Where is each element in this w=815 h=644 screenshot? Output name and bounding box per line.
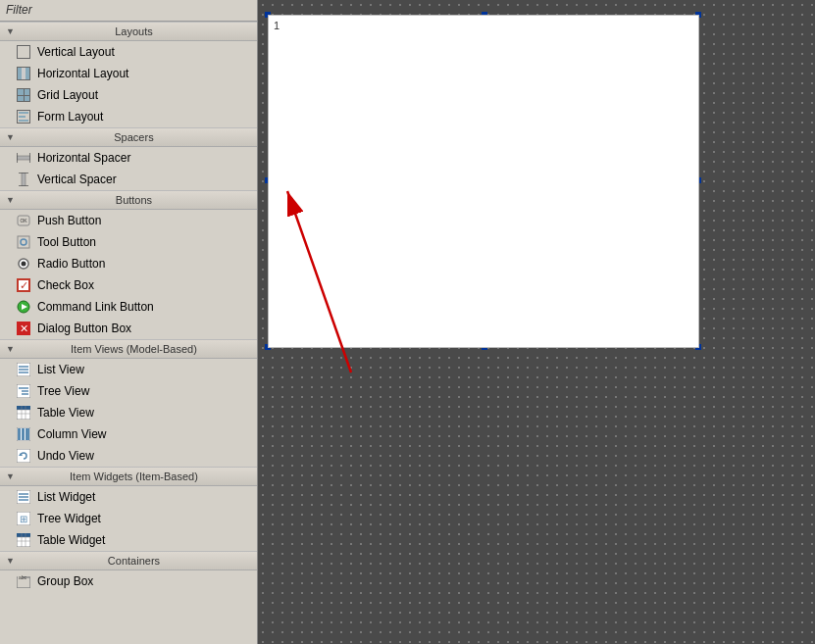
svg-rect-33 (18, 428, 21, 440)
category-item-widgets[interactable]: ▼ Item Widgets (Item-Based) (0, 467, 257, 486)
vertical-layout-icon (16, 44, 31, 60)
svg-text:OK: OK (20, 218, 27, 223)
filter-bar: Filter (0, 0, 257, 22)
table-widget-icon (16, 532, 31, 548)
sidebar-item-undo-view[interactable]: Undo View (0, 445, 257, 467)
form-widget[interactable]: 1 (268, 15, 699, 348)
table-view-icon (16, 405, 31, 421)
buttons-chevron: ▼ (6, 195, 15, 205)
filter-label: Filter (6, 3, 32, 17)
dialog-button-box-label: Dialog Button Box (37, 322, 131, 335)
undo-view-icon (16, 448, 31, 464)
sidebar-item-check-box[interactable]: ✓ Check Box (0, 274, 257, 296)
form-layout-icon (16, 109, 31, 124)
command-link-button-label: Command Link Button (37, 300, 154, 314)
radio-button-icon (16, 256, 31, 272)
undo-view-label: Undo View (37, 449, 94, 463)
group-box-icon: abc (16, 573, 31, 589)
radio-button-label: Radio Button (37, 257, 105, 271)
tool-button-icon (16, 234, 31, 250)
command-link-button-icon (16, 299, 31, 315)
tree-widget-icon: ⊞ (16, 511, 31, 526)
svg-rect-8 (18, 236, 29, 248)
horizontal-layout-icon (16, 66, 31, 81)
list-view-icon (16, 362, 31, 377)
sidebar-item-horizontal-layout[interactable]: Horizontal Layout (0, 63, 257, 84)
item-widgets-label: Item Widgets (Item-Based) (17, 471, 251, 482)
table-view-label: Table View (37, 406, 94, 420)
sidebar-item-horizontal-spacer[interactable]: Horizontal Spacer (0, 147, 257, 169)
sidebar-item-tree-widget[interactable]: ⊞ Tree Widget (0, 508, 257, 529)
svg-text:⊞: ⊞ (20, 514, 27, 524)
vertical-spacer-label: Vertical Spacer (37, 173, 117, 186)
svg-rect-0 (17, 156, 30, 160)
horizontal-spacer-icon (16, 150, 31, 166)
group-box-label: Group Box (37, 574, 93, 588)
containers-chevron: ▼ (6, 556, 15, 566)
column-view-label: Column View (37, 427, 106, 441)
spacers-chevron: ▼ (6, 132, 15, 142)
form-layout-label: Form Layout (37, 110, 103, 124)
category-item-views[interactable]: ▼ Item Views (Model-Based) (0, 339, 257, 359)
horizontal-spacer-label: Horizontal Spacer (37, 151, 130, 165)
sidebar-item-tree-view[interactable]: Tree View (0, 380, 257, 402)
svg-rect-3 (22, 173, 25, 186)
widget-list[interactable]: ▼ Layouts Vertical Layout Horizontal Lay… (0, 22, 257, 644)
sidebar-item-vertical-layout[interactable]: Vertical Layout (0, 41, 257, 63)
tree-view-icon (16, 383, 31, 399)
svg-rect-27 (17, 406, 30, 410)
item-widgets-chevron: ▼ (6, 471, 15, 481)
tree-widget-label: Tree Widget (37, 512, 101, 525)
svg-rect-45 (17, 533, 30, 537)
sidebar-item-vertical-spacer[interactable]: Vertical Spacer (0, 169, 257, 190)
sidebar-item-grid-layout[interactable]: Grid Layout (0, 84, 257, 106)
category-layouts[interactable]: ▼ Layouts (0, 22, 257, 41)
tree-view-label: Tree View (37, 384, 89, 398)
sidebar-item-radio-button[interactable]: Radio Button (0, 253, 257, 274)
tool-button-label: Tool Button (37, 235, 96, 249)
layouts-chevron: ▼ (6, 26, 15, 36)
layouts-label: Layouts (17, 25, 251, 37)
column-view-icon (16, 426, 31, 442)
push-button-label: Push Button (37, 214, 101, 227)
svg-text:✓: ✓ (20, 279, 28, 291)
sidebar-item-list-widget[interactable]: List Widget (0, 486, 257, 508)
check-box-icon: ✓ (16, 277, 31, 293)
check-box-label: Check Box (37, 278, 94, 292)
sidebar-item-dialog-button-box[interactable]: ✕ Dialog Button Box (0, 318, 257, 339)
table-widget-label: Table Widget (37, 533, 105, 547)
spacers-label: Spacers (17, 131, 251, 143)
left-panel: Filter ▼ Layouts Vertical Layout Horizon… (0, 0, 258, 644)
item-views-label: Item Views (Model-Based) (17, 343, 251, 355)
vertical-layout-label: Vertical Layout (37, 45, 115, 59)
sidebar-item-form-layout[interactable]: Form Layout (0, 106, 257, 127)
svg-rect-34 (22, 428, 25, 440)
push-button-icon: OK (16, 213, 31, 228)
category-buttons[interactable]: ▼ Buttons (0, 190, 257, 210)
list-widget-label: List Widget (37, 490, 95, 504)
svg-point-11 (22, 262, 26, 267)
row-number: 1 (274, 20, 280, 31)
right-panel: 1 (258, 0, 815, 644)
svg-text:✕: ✕ (20, 322, 28, 334)
category-spacers[interactable]: ▼ Spacers (0, 127, 257, 147)
sidebar-item-table-view[interactable]: Table View (0, 402, 257, 423)
canvas-area: 1 (268, 15, 699, 348)
item-views-chevron: ▼ (6, 344, 15, 354)
sidebar-item-list-view[interactable]: List View (0, 359, 257, 380)
sidebar-item-group-box[interactable]: abc Group Box (0, 570, 257, 592)
sidebar-item-table-widget[interactable]: Table Widget (0, 529, 257, 551)
vertical-spacer-icon (16, 172, 31, 187)
category-containers[interactable]: ▼ Containers (0, 551, 257, 570)
sidebar-item-column-view[interactable]: Column View (0, 423, 257, 445)
sidebar-item-command-link-button[interactable]: Command Link Button (0, 296, 257, 318)
svg-text:abc: abc (19, 574, 27, 580)
sidebar-item-tool-button[interactable]: Tool Button (0, 231, 257, 253)
containers-label: Containers (17, 555, 251, 567)
list-widget-icon (16, 489, 31, 505)
grid-layout-icon (16, 87, 31, 103)
sidebar-item-push-button[interactable]: OK Push Button (0, 210, 257, 231)
horizontal-layout-label: Horizontal Layout (37, 67, 128, 80)
list-view-label: List View (37, 363, 84, 376)
buttons-label: Buttons (17, 194, 251, 206)
